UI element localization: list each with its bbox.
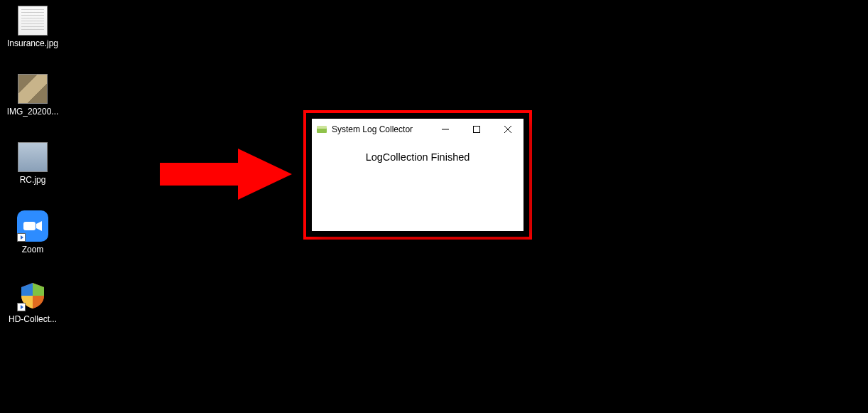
desktop-icon-rc[interactable]: RC.jpg: [6, 142, 60, 185]
status-message: LogCollection Finished: [366, 151, 470, 231]
svg-rect-5: [474, 127, 480, 133]
icon-label: HD-Collect...: [9, 314, 57, 324]
desktop-icon-hdcollect[interactable]: HD-Collect...: [6, 280, 60, 324]
icon-label: RC.jpg: [20, 175, 46, 185]
window-title: System Log Collector: [332, 124, 430, 134]
desktop-icons-area: Insurance.jpg IMG_20200... RC.jpg Zoom H…: [6, 6, 60, 324]
shortcut-overlay-icon: [17, 233, 26, 242]
shield-app-icon: [17, 280, 48, 311]
svg-marker-1: [160, 149, 292, 200]
file-thumb-icon: [18, 142, 48, 172]
zoom-app-icon: [17, 210, 48, 242]
desktop-icon-insurance[interactable]: Insurance.jpg: [6, 6, 60, 48]
window-body: LogCollection Finished: [312, 140, 523, 231]
file-thumb-icon: [18, 74, 48, 104]
maximize-button[interactable]: [461, 119, 492, 140]
icon-label: IMG_20200...: [7, 107, 59, 117]
svg-rect-0: [23, 222, 36, 230]
minimize-button[interactable]: [430, 119, 461, 140]
annotation-arrow-icon: [160, 146, 295, 205]
annotation-highlight-frame: System Log Collector LogCollection Finis…: [303, 110, 532, 240]
window-titlebar[interactable]: System Log Collector: [312, 119, 523, 140]
app-icon: [316, 124, 327, 135]
icon-label: Zoom: [22, 245, 44, 254]
system-log-collector-window: System Log Collector LogCollection Finis…: [312, 119, 523, 231]
icon-label: Insurance.jpg: [7, 38, 58, 48]
file-thumb-icon: [18, 6, 48, 36]
desktop-icon-img20200[interactable]: IMG_20200...: [6, 74, 60, 117]
shortcut-overlay-icon: [17, 303, 26, 311]
close-button[interactable]: [492, 119, 523, 140]
desktop-icon-zoom[interactable]: Zoom: [6, 210, 60, 254]
svg-rect-3: [317, 126, 327, 129]
